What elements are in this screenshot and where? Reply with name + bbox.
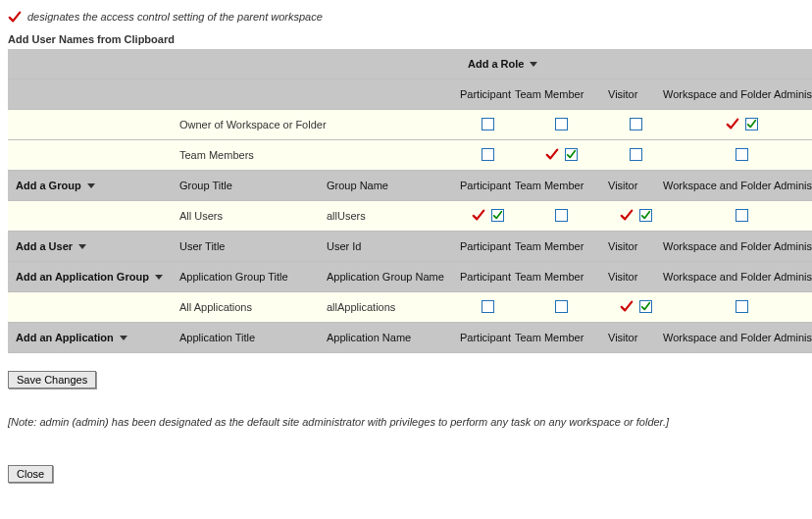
legend: designates the access control setting of… <box>8 10 804 24</box>
role-checkbox[interactable] <box>482 118 494 130</box>
all-users-name: allUsers <box>327 201 460 232</box>
inherited-check-icon <box>620 299 634 313</box>
row-team-members: Team Members <box>8 140 812 171</box>
col-visitor: Visitor <box>608 79 663 110</box>
close-button[interactable]: Close <box>8 465 53 483</box>
inherited-check-icon <box>472 208 485 222</box>
add-app-dropdown[interactable]: Add an Application <box>8 332 127 343</box>
add-appgroup-label: Add an Application Group <box>16 271 149 283</box>
chevron-down-icon <box>530 62 537 67</box>
group-name-col: Group Name <box>327 171 460 201</box>
chevron-down-icon <box>155 275 163 280</box>
add-app-label: Add an Application <box>16 332 114 343</box>
role-checkbox[interactable] <box>639 209 652 222</box>
role-checkbox[interactable] <box>565 148 578 161</box>
add-user-dropdown[interactable]: Add a User <box>8 240 86 252</box>
role-checkbox[interactable] <box>491 209 504 222</box>
add-role-dropdown[interactable]: Add a Role <box>460 58 537 70</box>
role-checkbox[interactable] <box>630 148 642 161</box>
all-apps-title: All Applications <box>179 292 327 323</box>
row-owner: Owner of Workspace or Folder <box>8 110 812 140</box>
row-user-header: Add a User User Title User Id Participan… <box>8 232 812 262</box>
role-checkbox[interactable] <box>482 148 494 161</box>
chevron-down-icon <box>78 244 86 249</box>
row-appgroup-header: Add an Application Group Application Gro… <box>8 262 812 292</box>
role-checkbox[interactable] <box>736 209 748 222</box>
col-participant: Participant <box>460 79 515 110</box>
inherited-check-icon <box>545 147 559 161</box>
col-wfa: Workspace and Folder Administrator <box>663 79 812 110</box>
all-apps-name: allApplications <box>327 292 460 323</box>
footnote: [Note: admin (admin) has been designated… <box>8 416 804 428</box>
save-button[interactable]: Save Changes <box>8 371 96 389</box>
role-checkbox[interactable] <box>639 300 652 313</box>
row-all-apps: All Applications allApplications <box>8 292 812 323</box>
all-users-title: All Users <box>179 201 327 232</box>
inherited-check-icon <box>726 117 739 130</box>
row-all-users: All Users allUsers <box>8 201 812 232</box>
group-title-col: Group Title <box>179 171 327 201</box>
role-checkbox[interactable] <box>736 148 748 161</box>
add-group-label: Add a Group <box>16 180 81 191</box>
row-app-header: Add an Application Application Title App… <box>8 323 812 353</box>
role-checkbox[interactable] <box>736 300 748 313</box>
role-checkbox[interactable] <box>555 118 568 130</box>
add-role-label: Add a Role <box>468 58 524 70</box>
role-checkbox[interactable] <box>482 300 494 313</box>
role-checkbox[interactable] <box>555 300 568 313</box>
access-table: Add a Role Participant Team Member Visit… <box>8 49 812 353</box>
add-user-label: Add a User <box>16 240 73 252</box>
chevron-down-icon <box>87 183 95 188</box>
col-team-member: Team Member <box>515 79 608 110</box>
chevron-down-icon <box>120 336 127 340</box>
add-appgroup-dropdown[interactable]: Add an Application Group <box>8 271 163 283</box>
inherited-check-icon <box>620 208 634 222</box>
team-members-title: Team Members <box>179 140 460 171</box>
clipboard-section-label: Add User Names from Clipboard <box>8 33 804 45</box>
row-group-header: Add a Group Group Title Group Name Parti… <box>8 171 812 201</box>
add-group-dropdown[interactable]: Add a Group <box>8 180 95 191</box>
legend-text: designates the access control setting of… <box>27 11 323 23</box>
owner-title: Owner of Workspace or Folder <box>179 110 460 140</box>
role-checkbox[interactable] <box>630 118 642 130</box>
role-checkbox[interactable] <box>745 118 758 130</box>
inherited-check-icon <box>8 10 22 24</box>
role-checkbox[interactable] <box>555 209 568 222</box>
